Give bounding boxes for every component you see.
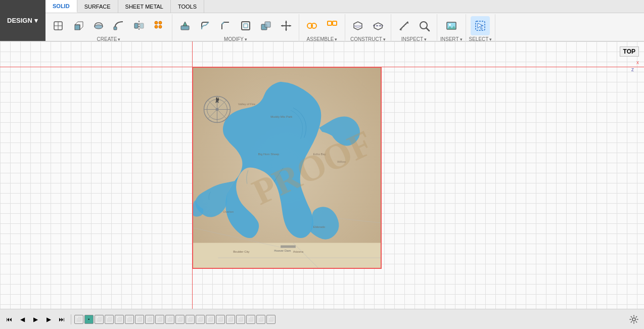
select-tool-button[interactable] [471, 16, 490, 35]
next-frame-button[interactable]: ▶ [42, 313, 55, 325]
timeline-icon-17[interactable]: ⬜ [236, 315, 245, 324]
assemble-tools [302, 16, 342, 35]
inspect2-button[interactable] [415, 16, 434, 35]
create-tools [49, 16, 169, 35]
combine-button[interactable] [256, 16, 275, 35]
svg-text:Willow: Willow [337, 160, 346, 163]
play-button[interactable]: ▶ [29, 313, 41, 325]
main-area: Muddy Mts Hoover Dam Muddy Mts Park Vall… [0, 41, 644, 309]
svg-text:Valley of Fire: Valley of Fire [238, 103, 256, 106]
svg-text:Arizona: Arizona [293, 250, 304, 253]
inspect-tools [394, 16, 434, 35]
timeline-icon-6[interactable]: ⬜ [125, 315, 134, 324]
timeline-icon-12[interactable]: ⬜ [186, 315, 195, 324]
svg-marker-27 [281, 25, 283, 27]
press-pull-button[interactable] [175, 16, 195, 35]
svg-text:Hoover Dam: Hoover Dam [274, 249, 291, 252]
svg-point-15 [159, 25, 162, 28]
joint-button[interactable] [302, 16, 321, 35]
svg-text:Echo Bay: Echo Bay [313, 153, 326, 156]
svg-marker-28 [289, 25, 291, 27]
select-tools [471, 16, 490, 35]
svg-rect-11 [140, 23, 144, 28]
timeline-icon-1[interactable]: ⬜ [74, 315, 83, 324]
chamfer-button[interactable] [216, 16, 235, 35]
insert-image-button[interactable] [442, 16, 461, 35]
timeline-icon-5[interactable]: ⬜ [115, 315, 124, 324]
svg-point-48 [449, 24, 451, 26]
timeline-icon-19[interactable]: ⬜ [256, 315, 265, 324]
timeline-icon-4[interactable]: ⬜ [105, 315, 114, 324]
design-label: DESIGN [7, 17, 32, 24]
svg-text:Big Horn Sheep: Big Horn Sheep [258, 153, 280, 156]
timeline-icon-13[interactable]: ⬜ [196, 315, 205, 324]
view-cube[interactable]: TOP [620, 46, 639, 57]
measure-button[interactable] [394, 16, 413, 35]
timeline-icon-16[interactable]: ⬜ [226, 315, 235, 324]
timeline-icon-7[interactable]: ⬜ [135, 315, 144, 324]
timeline-icon-20[interactable]: ⬜ [266, 315, 275, 324]
design-button[interactable]: DESIGN ▾ [0, 0, 45, 41]
sweep-button[interactable] [109, 16, 128, 35]
offset-plane-button[interactable] [348, 16, 367, 35]
tab-solid[interactable]: SOLID [45, 0, 77, 13]
view-label: TOP [623, 48, 635, 55]
tab-surface[interactable]: SURFACE [77, 0, 118, 13]
settings-gear-button[interactable] [627, 312, 641, 326]
bottom-bar: ⏮ ◀ ▶ ▶ ⏭ ⬜ ▪ ⬜ ⬜ ⬜ ⬜ ⬜ ⬜ ⬜ ⬜ ⬜ ⬜ ⬜ ⬜ ⬜ … [0, 309, 644, 329]
pattern-button[interactable] [150, 16, 169, 35]
svg-line-39 [400, 22, 408, 30]
tab-bar: SOLID SURFACE SHEET METAL TOOLS [45, 0, 644, 13]
svg-line-18 [222, 22, 224, 24]
svg-rect-8 [114, 27, 117, 30]
extrude-button[interactable] [69, 16, 88, 35]
map-inner: Muddy Mts Hoover Dam Muddy Mts Park Vall… [193, 68, 381, 268]
midplane-button[interactable] [369, 16, 388, 35]
fillet-button[interactable] [196, 16, 215, 35]
svg-point-7 [95, 25, 103, 29]
svg-rect-32 [328, 21, 332, 25]
tab-sheet-metal[interactable]: SHEET METAL [118, 0, 171, 13]
svg-marker-26 [285, 29, 287, 31]
timeline-icon-10[interactable]: ⬜ [165, 315, 174, 324]
svg-marker-51 [478, 23, 483, 29]
svg-text:N: N [216, 97, 219, 102]
shell-button[interactable] [236, 16, 255, 35]
svg-marker-17 [183, 22, 187, 26]
rigid-group-button[interactable] [323, 16, 342, 35]
axis-z: z [631, 67, 634, 72]
svg-point-31 [311, 25, 313, 27]
timeline-icon-14[interactable]: ⬜ [206, 315, 215, 324]
timeline-icon-9[interactable]: ⬜ [155, 315, 164, 324]
timeline-icon-18[interactable]: ⬜ [246, 315, 255, 324]
timeline-icon-3[interactable]: ⬜ [95, 315, 104, 324]
timeline-icon-11[interactable]: ⬜ [175, 315, 185, 324]
section-create: CREATE▾ [45, 14, 172, 43]
svg-rect-33 [333, 21, 337, 25]
section-insert: INSERT▾ [437, 14, 466, 43]
svg-marker-36 [354, 26, 362, 28]
section-modify: MODIFY▾ [172, 14, 299, 43]
first-frame-button[interactable]: ⏮ [3, 313, 15, 325]
last-frame-button[interactable]: ⏭ [56, 313, 68, 325]
svg-line-6 [80, 27, 83, 30]
svg-point-77 [216, 108, 219, 111]
timeline-icon-2[interactable]: ▪ [84, 315, 94, 324]
svg-point-79 [632, 318, 635, 321]
svg-marker-25 [285, 21, 287, 23]
timeline-icon-15[interactable]: ⬜ [216, 315, 225, 324]
section-inspect: INSPECT▾ [391, 14, 437, 43]
svg-text:Eldorado: Eldorado [313, 225, 325, 228]
prev-frame-button[interactable]: ◀ [16, 313, 28, 325]
svg-rect-10 [134, 23, 138, 28]
tab-tools[interactable]: TOOLS [171, 0, 204, 13]
revolve-button[interactable] [89, 16, 108, 35]
canvas[interactable]: Muddy Mts Hoover Dam Muddy Mts Park Vall… [0, 41, 644, 309]
svg-text:Overton: Overton [223, 210, 234, 213]
move-button[interactable] [277, 16, 296, 35]
timeline-icon-8[interactable]: ⬜ [145, 315, 154, 324]
mirror-button[interactable] [129, 16, 149, 35]
map-container[interactable]: Muddy Mts Hoover Dam Muddy Mts Park Vall… [192, 67, 382, 269]
new-component-button[interactable] [49, 16, 68, 35]
svg-text:Boulder City: Boulder City [233, 250, 249, 253]
